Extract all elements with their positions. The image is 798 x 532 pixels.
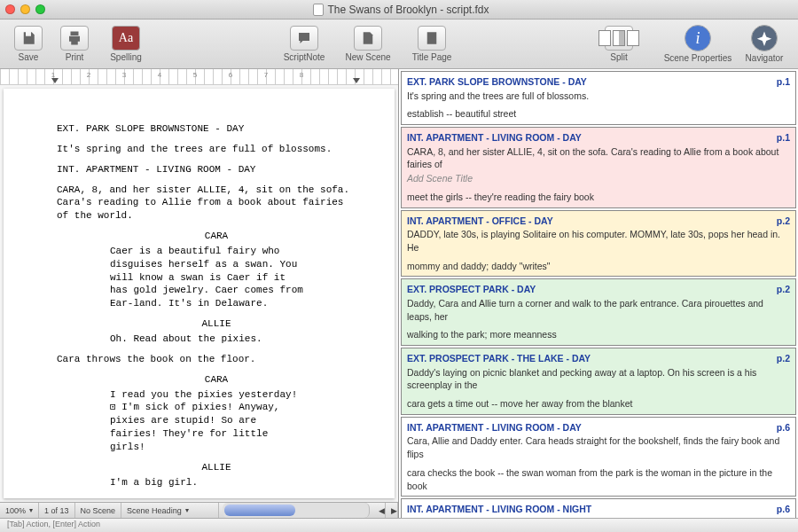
scene-heading-label: INT. APARTMENT - OFFICE - DAY — [407, 215, 790, 228]
split-icon — [598, 30, 639, 46]
scriptnote-button[interactable]: ScriptNote — [274, 26, 334, 62]
scene-notes: cara gets a time out -- move her away fr… — [407, 397, 790, 411]
save-button[interactable]: Save — [7, 26, 50, 62]
print-icon — [66, 30, 82, 46]
scene-notes: meet the girls -- they're reading the fa… — [407, 191, 790, 204]
character-name[interactable]: CARA — [128, 230, 305, 243]
scene-heading[interactable]: EXT. PARK SLOPE BROWNSTONE - DAY — [57, 122, 359, 136]
print-button[interactable]: Print — [53, 26, 96, 62]
new-scene-icon — [360, 30, 376, 46]
scroll-right-icon[interactable]: ▶ — [386, 503, 398, 518]
navigator-button[interactable]: Navigator — [738, 25, 791, 63]
scene-heading-label: EXT. PARK SLOPE BROWNSTONE - DAY — [407, 75, 790, 89]
page-number: p.1 — [777, 131, 790, 145]
right-indent-marker[interactable] — [353, 78, 360, 83]
scene-heading-label: EXT. PROSPECT PARK - THE LAKE - DAY — [407, 352, 790, 365]
dialogue[interactable]: I'm a big girl. — [110, 476, 305, 489]
note-icon — [296, 30, 312, 46]
script-pane: 12345678 EXT. PARK SLOPE BROWNSTONE - DA… — [0, 69, 399, 518]
dialogue[interactable]: Caer is a beautiful fairy who disguises … — [110, 245, 305, 310]
dialogue[interactable]: I read you the pixies yesterday! ⊡ I'm s… — [110, 388, 305, 454]
window-controls — [5, 4, 45, 14]
dialogue[interactable]: Oh. Read about the pixies. — [110, 332, 305, 346]
info-icon: i — [685, 25, 711, 51]
scene-heading-label: INT. APARTMENT - LIVING ROOM - DAY — [407, 421, 790, 434]
page-indicator[interactable]: 1 of 13 — [39, 503, 75, 518]
page-number: p.6 — [777, 503, 790, 516]
scene-card[interactable]: p.6INT. APARTMENT - LIVING ROOM - DAYCar… — [401, 417, 796, 497]
element-dropdown[interactable]: Scene Heading — [121, 503, 219, 518]
toolbar: Save Print AaSpelling ScriptNote New Sce… — [0, 20, 798, 69]
scene-card[interactable]: p.1INT. APARTMENT - LIVING ROOM - DAYCAR… — [401, 127, 796, 207]
scene-notes: walking to the park; more meanness — [407, 328, 790, 341]
app-statusbar: [Tab] Action, [Enter] Action — [0, 518, 798, 532]
scene-description: Daddy, Cara and Allie turn a corner and … — [407, 297, 790, 323]
zoom-icon[interactable] — [35, 4, 45, 14]
page-number: p.2 — [777, 215, 790, 228]
navigator-pane[interactable]: p.1EXT. PARK SLOPE BROWNSTONE - DAYIt's … — [399, 69, 798, 518]
save-icon — [20, 30, 36, 46]
character-name[interactable]: ALLIE — [128, 317, 305, 331]
scene-notes: mommy and daddy; daddy "writes" — [407, 260, 790, 273]
spelling-icon: Aa — [119, 31, 133, 45]
ruler[interactable]: 12345678 — [0, 69, 398, 85]
window-title: The Swans of Brooklyn - script.fdx — [45, 4, 757, 16]
titlebar: The Swans of Brooklyn - script.fdx — [0, 0, 798, 20]
scene-description: Daddy's laying on picnic blanket and pec… — [407, 366, 790, 392]
scene-notes: establish -- beautiful street — [407, 107, 790, 121]
action-line[interactable]: Cara throws the book on the floor. — [57, 353, 359, 366]
newscene-button[interactable]: New Scene — [338, 26, 398, 62]
close-icon[interactable] — [5, 4, 15, 14]
left-indent-marker[interactable] — [51, 78, 59, 83]
scene-description: It's spring and the trees are full of bl… — [407, 90, 790, 103]
editor-statusbar: 100% 1 of 13 No Scene Scene Heading ◀ ▶ — [0, 502, 398, 518]
page-number: p.1 — [777, 75, 790, 89]
scene-heading[interactable]: INT. APARTMENT - LIVING ROOM - DAY — [57, 163, 359, 176]
scene-card[interactable]: p.6INT. APARTMENT - LIVING ROOM - NIGHTT… — [401, 498, 796, 518]
action-line[interactable]: It's spring and the trees are full of bl… — [57, 143, 359, 156]
scene-heading-label: INT. APARTMENT - LIVING ROOM - NIGHT — [407, 503, 790, 516]
scene-description: CARA, 8, and her sister ALLIE, 4, sit on… — [407, 145, 790, 171]
zoom-dropdown[interactable]: 100% — [0, 503, 39, 518]
title-page-icon — [424, 30, 440, 46]
scene-card[interactable]: p.2EXT. PROSPECT PARK - DAYDaddy, Cara a… — [401, 278, 796, 346]
horizontal-scrollbar[interactable] — [223, 503, 370, 518]
scene-description: DADDY, late 30s, is playing Solitaire on… — [407, 228, 790, 254]
character-name[interactable]: CARA — [128, 496, 305, 498]
split-button[interactable]: Split — [589, 26, 649, 62]
scene-card[interactable]: p.2EXT. PROSPECT PARK - THE LAKE - DAYDa… — [401, 348, 796, 415]
page-number: p.2 — [777, 352, 790, 365]
action-line[interactable]: CARA, 8, and her sister ALLIE, 4, sit on… — [57, 184, 359, 223]
scene-description: Cara, Allie and Daddy enter. Cara heads … — [407, 434, 790, 460]
page-number: p.2 — [777, 283, 790, 296]
scene-heading-label: EXT. PROSPECT PARK - DAY — [407, 283, 790, 296]
spelling-button[interactable]: AaSpelling — [105, 26, 147, 62]
page-number: p.6 — [777, 421, 790, 434]
character-name[interactable]: ALLIE — [128, 461, 305, 474]
scene-heading-label: INT. APARTMENT - LIVING ROOM - DAY — [407, 131, 790, 145]
minimize-icon[interactable] — [20, 4, 30, 14]
scene-description: The girls play a board game. They're hav… — [407, 517, 790, 518]
scene-card[interactable]: p.1EXT. PARK SLOPE BROWNSTONE - DAYIt's … — [401, 71, 796, 125]
add-scene-title[interactable]: Add Scene Title — [407, 172, 790, 185]
scene-notes: cara checks the book -- the swan woman f… — [407, 466, 790, 492]
scene-indicator[interactable]: No Scene — [75, 503, 122, 518]
scroll-left-icon[interactable]: ◀ — [373, 503, 386, 518]
character-name[interactable]: CARA — [128, 373, 305, 387]
scene-properties-button[interactable]: iScene Properties — [658, 25, 738, 63]
titlepage-button[interactable]: Title Page — [402, 26, 462, 62]
script-page[interactable]: EXT. PARK SLOPE BROWNSTONE - DAY It's sp… — [4, 89, 395, 498]
document-icon — [313, 4, 324, 16]
hint-text: [Tab] Action, [Enter] Action — [7, 520, 100, 528]
scene-card[interactable]: p.2INT. APARTMENT - OFFICE - DAYDADDY, l… — [401, 210, 796, 278]
compass-icon — [756, 30, 772, 46]
